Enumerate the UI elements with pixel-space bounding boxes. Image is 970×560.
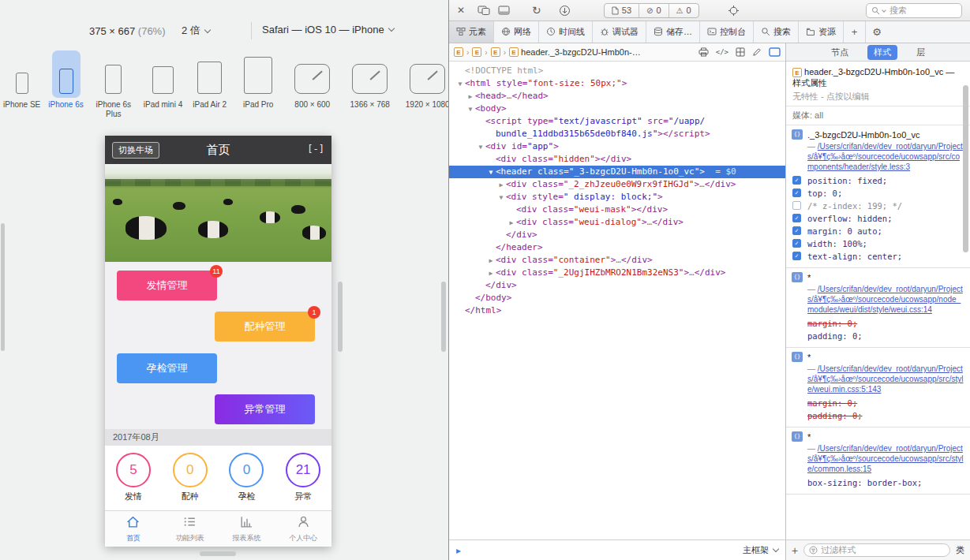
dom-node-line[interactable]: </header> (449, 241, 785, 254)
frame-selector[interactable]: 主框架 (743, 544, 778, 556)
tab-search[interactable]: 搜索 (754, 21, 799, 43)
resize-handle[interactable] (441, 282, 446, 352)
download-icon[interactable] (559, 5, 571, 17)
add-tab-button[interactable]: + (844, 21, 866, 43)
user-agent-dropdown[interactable]: Safari — iOS 10 — iPhone (262, 24, 394, 35)
mgmt-button-4[interactable]: 异常管理 (215, 394, 315, 424)
print-icon[interactable] (698, 47, 709, 57)
css-property[interactable]: margin: 0; (786, 317, 970, 330)
dom-node-line[interactable]: <div class="hidden"></div> (449, 153, 785, 166)
tab-console[interactable]: 控制台 (700, 21, 754, 43)
property-checkbox[interactable] (792, 201, 801, 210)
tab-elements[interactable]: 元素 (449, 21, 494, 43)
classes-toggle[interactable]: 类 (956, 544, 964, 556)
rule-selector[interactable]: * (807, 353, 811, 362)
disclosure-open-icon[interactable]: ▼ (496, 192, 506, 203)
new-rule-button[interactable]: + (792, 544, 798, 557)
css-property[interactable]: ✓width: 100%; (786, 237, 970, 250)
disclosure-closed-icon[interactable]: ▶ (466, 91, 475, 103)
app-tab-首页[interactable]: 首页 (105, 511, 162, 547)
device-ipad-air-2[interactable]: iPad Air 2 (190, 50, 229, 119)
app-tab-报表系统[interactable]: 报表系统 (219, 511, 275, 547)
disclosure-closed-icon[interactable]: ▶ (486, 255, 496, 267)
close-icon[interactable]: ✕ (457, 6, 465, 15)
console-prompt-icon[interactable]: ▸ (456, 545, 461, 556)
device-800-600[interactable]: 800 × 600 (287, 50, 337, 119)
css-property[interactable]: margin: 0; (786, 397, 970, 409)
device-ipad-mini-4[interactable]: iPad mini 4 (144, 50, 182, 119)
dom-node-line[interactable]: <script type="text/javascript" src="/uap… (449, 115, 785, 128)
property-checkbox[interactable]: ✓ (792, 176, 801, 185)
disclosure-closed-icon[interactable]: ▶ (486, 267, 496, 279)
dom-node-line[interactable]: ▼<div id="app"> (449, 140, 785, 153)
app-tab-功能列表[interactable]: 功能列表 (162, 511, 219, 547)
styles-tab-节点[interactable]: 节点 (825, 45, 855, 60)
code-view-icon[interactable]: </> (716, 48, 728, 56)
disclosure-open-icon[interactable]: ▼ (476, 141, 485, 153)
css-property[interactable]: padding: 0; (786, 330, 970, 342)
inspector-search-field[interactable]: 搜索 (866, 3, 962, 18)
resource-count-badge[interactable]: 53 (605, 4, 639, 17)
resize-handle[interactable] (200, 551, 236, 556)
css-property[interactable]: ✓top: 0; (786, 187, 970, 200)
rule-selector[interactable]: * (807, 432, 811, 442)
dom-node-line[interactable]: </body> (449, 292, 785, 304)
dom-node-line[interactable]: ▶<div class="_2UgjIHZbMRO2N1Bm32eNS3">…<… (449, 267, 785, 279)
dom-node-line[interactable]: ▼<html style="font-size: 50px;"> (449, 77, 785, 90)
dom-node-line[interactable]: ▶<div class="weui-dialog">…</div> (449, 216, 785, 229)
dock-bottom-icon[interactable] (498, 6, 510, 15)
dom-node-line[interactable]: <!DOCTYPE html> (449, 65, 785, 77)
edit-html-icon[interactable] (752, 47, 762, 57)
disclosure-closed-icon[interactable]: ▶ (507, 217, 516, 229)
rule-selector[interactable]: * (807, 273, 811, 282)
rule-selector[interactable]: ._3-bzgcD2U-Hmb0n-1o0_vc (807, 130, 919, 140)
css-property[interactable]: padding: 0; (786, 409, 970, 422)
css-property[interactable]: ✓margin: 0 auto; (786, 225, 970, 237)
style-filter-field[interactable]: 过滤样式 (803, 543, 950, 557)
selected-element-icon[interactable] (769, 47, 781, 57)
mgmt-button-2[interactable]: 配种管理1 (215, 312, 315, 342)
css-property[interactable]: /* z-index: 199; */ (786, 200, 970, 212)
disclosure-open-icon[interactable]: ▼ (486, 166, 496, 178)
tab-resources[interactable]: 资源 (799, 21, 844, 43)
css-property[interactable]: box-sizing: border-box; (786, 476, 970, 489)
styles-tab-样式[interactable]: 样式 (867, 45, 897, 60)
breadcrumb-item[interactable]: E (491, 47, 500, 57)
disclosure-open-icon[interactable]: ▼ (455, 78, 465, 90)
reload-icon[interactable]: ↻ (532, 5, 541, 16)
warning-count-badge[interactable]: ⚠ 0 (669, 4, 698, 17)
dom-node-line[interactable]: ▼<div style=" display: block;"> (449, 191, 785, 203)
mgmt-button-1[interactable]: 发情管理11 (117, 271, 217, 301)
device-iphone-se[interactable]: iPhone SE (3, 50, 40, 119)
property-checkbox[interactable]: ✓ (792, 239, 801, 248)
dom-node-line[interactable]: <div class="weui-mask"></div> (449, 203, 785, 216)
source-link[interactable]: /Users/crifan/dev/dev_root/daryun/Projec… (807, 285, 963, 314)
dom-node-line[interactable]: </html> (449, 304, 785, 317)
source-link[interactable]: /Users/crifan/dev/dev_root/daryun/Projec… (807, 142, 963, 171)
tab-storage[interactable]: 储存… (646, 21, 700, 43)
property-checkbox[interactable]: ✓ (792, 252, 801, 260)
tab-timeline[interactable]: 时间线 (539, 21, 593, 43)
dom-node-line[interactable]: ▼<header class="_3-bzgcD2U-Hmb0n-1o0_vc"… (449, 166, 785, 178)
property-checkbox[interactable]: ✓ (792, 189, 801, 197)
disclosure-closed-icon[interactable]: ▶ (496, 179, 506, 191)
dom-node-line[interactable]: ▶<div class="_2_zhJzeu0e0W9rx9fIHGJd">…<… (449, 178, 785, 191)
property-checkbox[interactable]: ✓ (792, 214, 801, 222)
settings-gear-icon[interactable]: ⚙ (866, 21, 888, 43)
app-tab-个人中心[interactable]: 个人中心 (275, 511, 331, 547)
device-1366-768[interactable]: 1366 × 768 (345, 50, 395, 119)
source-link[interactable]: /Users/crifan/dev/dev_root/daryun/Projec… (807, 444, 963, 473)
breadcrumb-item[interactable]: E (454, 47, 463, 57)
no-attributes-hint[interactable]: 无特性 - 点按以编辑 (792, 91, 964, 102)
scale-dropdown[interactable]: 2 倍 (182, 24, 210, 38)
dom-node-line[interactable]: ▶<head>…</head> (449, 90, 785, 103)
css-property[interactable]: ✓position: fixed; (786, 174, 970, 187)
css-property[interactable]: ✓overflow: hidden; (786, 212, 970, 225)
minimize-icon[interactable]: [-] (307, 144, 324, 155)
error-count-badge[interactable]: ⊘ 0 (639, 4, 669, 17)
device-ipad-pro[interactable]: iPad Pro (237, 50, 279, 119)
element-picker-icon[interactable] (728, 5, 740, 17)
scrollbar-thumb[interactable] (963, 85, 968, 252)
source-link[interactable]: /Users/crifan/dev/dev_root/daryun/Projec… (807, 364, 963, 394)
property-checkbox[interactable]: ✓ (792, 226, 801, 235)
